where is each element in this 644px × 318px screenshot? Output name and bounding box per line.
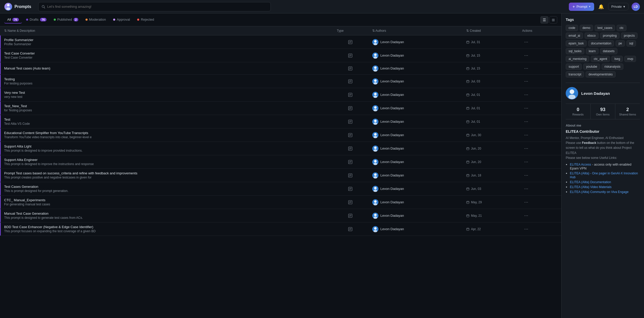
row-desc: This prompt creates positive and negativ… [4, 176, 133, 179]
tag-item[interactable]: sql_tasks [566, 48, 584, 54]
row-actions-button[interactable]: ⋯ [522, 172, 530, 179]
table-row[interactable]: Testing For testing purposes [0, 75, 561, 88]
grid-view-button[interactable]: ⊞ [549, 16, 557, 24]
row-actions-button[interactable]: ⋯ [522, 105, 530, 112]
row-author-cell: Levon Dadayan [368, 115, 462, 128]
tag-item[interactable]: epam_task [566, 40, 587, 46]
useful-link[interactable]: ELITEA (Alita) Documentation [570, 180, 611, 184]
tag-item[interactable]: ai_mentoring [566, 56, 589, 62]
svg-rect-100 [467, 148, 469, 150]
tab-all[interactable]: All 76 [4, 16, 22, 24]
row-actions-button[interactable]: ⋯ [522, 185, 530, 192]
table-row[interactable]: Profile Summarizier Profile Summarizier [0, 35, 561, 49]
tab-drafts[interactable]: Drafts 76 [23, 16, 50, 24]
col-authors[interactable]: ⇅ Authors [368, 26, 462, 35]
tag-item[interactable]: code [566, 25, 578, 31]
tag-item[interactable]: datasets [600, 48, 617, 54]
useful-link[interactable]: ELITEA (Alita) Video Materials [570, 185, 611, 189]
tab-moderation[interactable]: Moderation [82, 16, 109, 24]
table-row[interactable]: Educational Content Simplifier from YouT… [0, 128, 561, 142]
row-name: Profile Summarizier [4, 38, 329, 42]
table-row[interactable]: Support Alita Light This prompt is desig… [0, 142, 561, 155]
author-name: Levon Dadayan [381, 214, 404, 218]
tags-grid: codedemotest_casesctcemail_aiebscoprompt… [566, 25, 640, 77]
useful-links: ELITEA Access - access only with enabled… [566, 162, 640, 194]
right-sidebar: Tags codedemotest_casesctcemail_aiebscop… [561, 13, 644, 318]
table-row[interactable]: Test Case Converter Test Case Converter [0, 49, 561, 62]
table-row[interactable]: Test Test Alita VS Code [0, 115, 561, 128]
tab-rejected[interactable]: Rejected [134, 16, 157, 24]
tag-item[interactable]: developmentrisks [586, 71, 615, 77]
col-created[interactable]: ⇅ Created [462, 26, 518, 35]
col-name[interactable]: ⇅ Name & Description [0, 26, 333, 35]
row-actions-button[interactable]: ⋯ [522, 91, 530, 98]
svg-point-65 [374, 106, 377, 109]
tab-approval[interactable]: Approval [110, 16, 133, 24]
author-avatar [372, 159, 378, 165]
table-row[interactable]: Test_New_Test for Testing pruposes [0, 102, 561, 115]
created-date: May, 29 [471, 200, 482, 204]
row-actions-button[interactable]: ⋯ [522, 158, 530, 165]
table-row[interactable]: Prompt Test cases based on success_crite… [0, 169, 561, 182]
row-actions-button[interactable]: ⋯ [522, 145, 530, 152]
table-row[interactable]: CTC_ Manual_Experiments For generating m… [0, 196, 561, 209]
tag-item[interactable]: ebsco [585, 33, 599, 39]
svg-point-1 [7, 4, 10, 6]
tag-item[interactable]: ctc_agent [591, 56, 610, 62]
tag-item[interactable]: pe [616, 40, 625, 46]
row-actions-button[interactable]: ⋯ [522, 78, 530, 85]
useful-link[interactable]: ELITEA Access [570, 163, 591, 166]
table-row[interactable]: Support Alita Engineer This prompt is de… [0, 155, 561, 169]
tag-item[interactable]: prompting [600, 33, 619, 39]
tag-item[interactable]: projects [621, 33, 638, 39]
table-row[interactable]: Manual Test Case Generation This prompt … [0, 209, 561, 222]
tag-item[interactable]: test_cases [595, 25, 615, 31]
tag-item[interactable]: email_ai [566, 33, 583, 39]
list-view-button[interactable]: ☰ [540, 16, 548, 24]
avatar[interactable]: LD [632, 3, 640, 11]
tag-item[interactable]: ctc [617, 25, 626, 31]
calendar-icon [466, 67, 469, 70]
tag-item[interactable]: learn [586, 48, 599, 54]
tag-item[interactable]: support [566, 64, 582, 70]
tag-item[interactable]: mvp [624, 56, 636, 62]
tab-published[interactable]: Published 2 [51, 16, 81, 24]
tab-published-label: Published [57, 18, 72, 21]
row-actions-button[interactable]: ⋯ [522, 199, 530, 206]
tag-item[interactable]: sql [626, 40, 636, 46]
row-actions-button[interactable]: ⋯ [522, 131, 530, 138]
calendar-icon [466, 160, 469, 164]
tag-item[interactable]: transcript [566, 71, 584, 77]
notification-button[interactable]: 🔔 [597, 3, 605, 11]
table-container: ⇅ Name & Description Type ⇅ Authors ⇅ Cr… [0, 26, 561, 318]
table-row[interactable]: Test Cases Generation This is prompt des… [0, 182, 561, 196]
row-actions-cell: ⋯ [518, 62, 561, 75]
row-actions-button[interactable]: ⋯ [522, 212, 530, 219]
table-row[interactable]: Very new Test very new test [0, 88, 561, 102]
row-actions-button[interactable]: ⋯ [522, 38, 530, 45]
search-bar[interactable] [38, 2, 271, 11]
author-avatar [372, 52, 378, 59]
search-input[interactable] [47, 5, 267, 9]
tag-item[interactable]: demo [580, 25, 593, 31]
table-row[interactable]: BDD Test Case Enhancer (Negative & Edge … [0, 222, 561, 236]
table-row[interactable]: Manual Test cases (Auto team) [0, 62, 561, 75]
tag-item[interactable]: documentation [588, 40, 614, 46]
date-cell: Jul, 15 [466, 67, 514, 70]
row-desc: For testing purposes [4, 82, 133, 85]
tag-item[interactable]: lseg [611, 56, 623, 62]
tag-item[interactable]: riskanalysis [602, 64, 623, 70]
row-actions-button[interactable]: ⋯ [522, 52, 530, 59]
useful-link[interactable]: ELITEA (Alita) Community on Viva Engage [570, 190, 629, 194]
private-button[interactable]: Private ▾ [608, 3, 629, 10]
row-actions-button[interactable]: ⋯ [522, 226, 530, 232]
row-desc: Test Case Converter [4, 56, 133, 59]
row-name-cell: Test_New_Test for Testing pruposes [0, 102, 333, 115]
tag-item[interactable]: youtube [583, 64, 600, 70]
row-actions-cell: ⋯ [518, 222, 561, 236]
row-name-cell: Profile Summarizier Profile Summarizier [0, 35, 333, 49]
useful-link[interactable]: ELITEA (Alita) - One pager in GenAI-X In… [570, 172, 638, 179]
row-actions-button[interactable]: ⋯ [522, 118, 530, 125]
row-actions-button[interactable]: ⋯ [522, 65, 530, 72]
create-prompt-button[interactable]: + Prompt ▾ [569, 3, 594, 11]
